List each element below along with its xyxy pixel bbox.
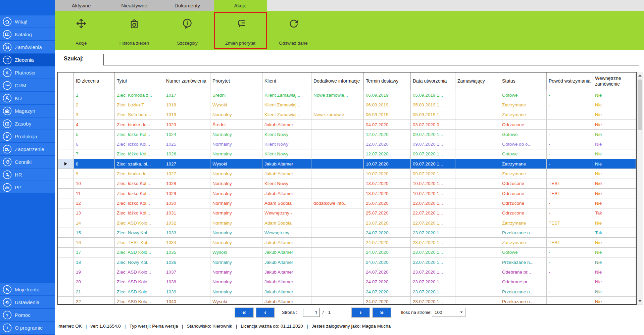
table-row[interactable]: 5Zlec: łóżko Kol...1024NormalnyKlient No… (58, 130, 636, 139)
sidebar-item-zlecenia[interactable]: Zlecenia (0, 54, 55, 66)
row-selector-cell[interactable] (58, 110, 74, 119)
sidebar-item-pomoc[interactable]: ?Pomoc (0, 309, 55, 321)
tab-dokumenty[interactable]: Dokumenty (161, 0, 214, 11)
table-row[interactable]: 21Zlec: ASD Kolo...1039NormalnyJakub Alt… (58, 287, 636, 297)
table-row[interactable]: 1Zlec: Komoda z...1017ŚredniKlient Zamaw… (58, 90, 636, 100)
column-header-status[interactable]: Status (500, 73, 547, 90)
sidebar-item-pp[interactable]: PP (0, 181, 55, 193)
sidebar-item-zamowienia[interactable]: Zamówienia (0, 41, 55, 53)
last-page-button[interactable]: » (372, 307, 391, 318)
table-row[interactable]: 17Zlec: ASD Kolo...1035WysokiJakub Altam… (58, 248, 636, 257)
per-page-select[interactable]: 100 (432, 308, 465, 317)
next-page-button[interactable]: › (351, 307, 370, 318)
table-row[interactable]: 4Zlec: biurko do ...1023ŚredniJakub Alta… (58, 120, 636, 130)
table-row[interactable]: 3Zlec: Sofa bord...1019NormalnyKlient Za… (58, 110, 636, 120)
table-row[interactable]: 2Zlec: Łożko-T1018WysokiKlient Zamawiaj.… (58, 100, 636, 110)
column-header-numer-zamowienia[interactable]: Numer zamówienia (164, 73, 210, 90)
column-header-termin-dostawy[interactable]: Termin dostawy (364, 73, 411, 90)
row-selector-cell[interactable] (58, 139, 74, 149)
row-selector-cell[interactable] (58, 228, 74, 237)
table-row[interactable]: 14Zlec: ASD Kolo...1032NormalnyAdam Sodo… (58, 218, 636, 228)
cell-numer: 1023 (164, 120, 210, 129)
scroll-up-icon[interactable] (637, 73, 643, 79)
table-row[interactable]: 11Zlec: łóżko Kol...1029NormalnyJakub Al… (58, 189, 636, 198)
catalog-book-icon (3, 30, 12, 39)
vertical-scrollbar[interactable] (637, 72, 643, 305)
row-selector-cell[interactable] (58, 179, 74, 188)
sidebar-item-cenniki[interactable]: Cenniki (0, 156, 55, 168)
row-selector-cell[interactable] (58, 238, 74, 247)
tab-akcje[interactable]: Akcje (214, 0, 267, 11)
first-page-button[interactable]: « (235, 307, 254, 318)
search-input[interactable] (103, 54, 639, 65)
row-selector-cell[interactable] (58, 169, 74, 178)
column-header-powod-wstrzymania[interactable]: Powód wstrzymania (547, 73, 593, 90)
sidebar-item-hr[interactable]: HR (0, 169, 55, 181)
row-selector-cell[interactable] (58, 198, 74, 208)
odswiez-dane-button[interactable]: Odśwież dane (267, 12, 320, 49)
sidebar-item-zasoby[interactable]: Zasoby (0, 117, 55, 130)
sidebar-item-kd[interactable]: KD (0, 92, 55, 104)
column-header-data-utworzenia[interactable]: Data utworzenia (411, 73, 455, 90)
column-header-klient[interactable]: Klient (262, 73, 311, 90)
table-row[interactable]: 7Zlec: łóżko Kol...1026NormalnyKlient No… (58, 149, 636, 159)
row-selector-cell[interactable] (58, 218, 74, 228)
row-selector-cell[interactable] (58, 149, 74, 159)
page-number-input[interactable] (303, 308, 320, 317)
table-row[interactable]: 10Zlec: łóżko Kol...1028NormalnyKlient N… (58, 179, 636, 189)
akcje-button[interactable]: Akcje (55, 12, 108, 49)
row-selector-cell[interactable] (58, 287, 74, 296)
row-selector-cell[interactable] (58, 90, 74, 100)
table-row[interactable]: 20Zlec: ASD Kolo...1038NormalnyJakub Alt… (58, 277, 636, 287)
sidebar-item-ustawienia[interactable]: Ustawienia (0, 296, 55, 308)
cell-wewnetrzne: Nie (593, 179, 636, 188)
row-selector-cell[interactable] (58, 120, 74, 129)
historia-zlecen-button[interactable]: Historia zleceń (108, 12, 161, 49)
column-header-dodatkowe-informacje[interactable]: Dodatkowe informacje (311, 73, 364, 90)
scrollbar-thumb[interactable] (638, 80, 642, 130)
sidebar-item-o-programie[interactable]: iO programie (0, 322, 55, 334)
column-header-zamawiajacy[interactable]: Zamawiający (455, 73, 500, 90)
cell-dodatkowe (311, 267, 364, 277)
row-selector-cell[interactable] (58, 297, 74, 305)
prev-page-button[interactable]: ‹ (256, 307, 275, 318)
sidebar-item-katalog[interactable]: Katalog (0, 28, 55, 40)
sidebar-item-crm[interactable]: CRMCRM (0, 79, 55, 91)
row-selector-cell[interactable] (58, 267, 74, 277)
column-header-tytul[interactable]: Tytuł (115, 73, 164, 90)
table-row[interactable]: 19Zlec: ASD Kolo...1037NormalnyJakub Alt… (58, 267, 636, 277)
table-row[interactable]: 15Zlec: Nowy Kol...1033NormalnyWewnętrzn… (58, 228, 636, 238)
szczegoly-button[interactable]: Szczegóły (161, 12, 214, 49)
column-header-wewnetrzne-zamowienie[interactable]: Wewnętrzne zamówienie (593, 73, 636, 90)
sidebar-item-platnosci[interactable]: $Płatności (0, 66, 55, 79)
sidebar-item-zaopatrzenie[interactable]: Zaopatrzenie (0, 143, 55, 155)
sidebar-item-moje-konto[interactable]: Moje konto (0, 283, 55, 295)
row-selector-cell[interactable] (58, 100, 74, 109)
cell-termin: 10.07.2020 (364, 169, 411, 178)
sidebar-item-produkcja[interactable]: Produkcja (0, 130, 55, 142)
column-header-id-zlecenia[interactable]: ID zlecenia (74, 73, 115, 90)
table-row[interactable]: 12Zlec: łóżko Kol...1030NormalnyAdam Sod… (58, 198, 636, 208)
sidebar-item-witaj[interactable]: Witaj! (0, 15, 55, 28)
row-selector-cell[interactable] (58, 208, 74, 218)
table-row[interactable]: 6Zlec: łóżko Kol...1025NormalnyKlient No… (58, 139, 636, 149)
table-row[interactable]: 18Zlec: Nowy Kol...1036NormalnyJakub Alt… (58, 257, 636, 267)
table-row[interactable]: 9Zlec: biurko do ...1027NormalnyJakub Al… (58, 169, 636, 179)
row-selector-cell[interactable] (58, 130, 74, 139)
row-selector-cell[interactable] (58, 277, 74, 287)
row-selector-cell[interactable] (58, 257, 74, 267)
row-selector-cell[interactable] (58, 189, 74, 198)
tab-aktywne[interactable]: Aktywne (55, 0, 108, 11)
zmien-priorytet-button[interactable]: Zmień priorytet (214, 12, 267, 49)
column-header-priorytet[interactable]: Priorytet (210, 73, 262, 90)
row-selector-cell[interactable] (58, 159, 74, 169)
table-row[interactable]: 16Zlec: TEST Kol...1034NormalnyJakub Alt… (58, 238, 636, 247)
cell-klient: Klient Nowy (262, 179, 311, 188)
table-row[interactable]: 13Zlec: łóżko Kol...1031NormalnyWewnętrz… (58, 208, 636, 218)
row-selector-cell[interactable] (58, 248, 74, 257)
table-row[interactable]: 8Zlec: szafka, bi...1027WysokiJakub Alta… (58, 159, 636, 169)
tab-nieaktywne[interactable]: Nieaktywne (108, 0, 161, 11)
scroll-down-icon[interactable] (637, 298, 643, 304)
table-row[interactable]: 22Zlec: ASD Kolo...1040WysokiJakub Altam… (58, 297, 636, 305)
sidebar-item-magazyn[interactable]: Magazyn (0, 105, 55, 117)
